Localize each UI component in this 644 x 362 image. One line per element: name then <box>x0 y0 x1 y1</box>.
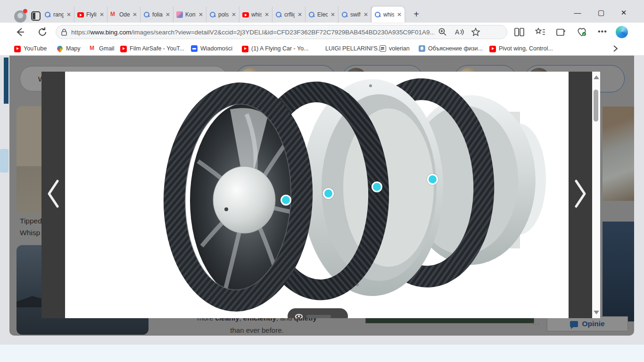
tab-close-icon[interactable]: ✕ <box>231 11 236 18</box>
gmail-icon <box>110 11 117 18</box>
svg-text:A: A <box>455 28 460 36</box>
bookmark-flying-car[interactable]: (1) A Flying Car - Yo... <box>242 44 309 53</box>
read-aloud-icon[interactable]: A <box>454 27 464 37</box>
tab-close-icon[interactable]: ✕ <box>132 11 137 18</box>
search-icon <box>209 11 216 18</box>
search-icon <box>275 11 282 18</box>
tab-whisp-active[interactable]: whisp✕ <box>372 7 405 23</box>
tab-close-icon[interactable]: ✕ <box>165 11 170 18</box>
settings-dots-icon[interactable]: ••• <box>598 27 607 36</box>
new-tab-button[interactable]: + <box>411 9 421 20</box>
collections-icon[interactable] <box>555 27 567 37</box>
youtube-icon <box>489 46 496 52</box>
youtube-icon <box>242 46 248 52</box>
lightbox-prev-panel[interactable] <box>41 72 65 318</box>
bookmark-wiadomosci[interactable]: Wiadomości <box>191 44 232 53</box>
windows-taskbar <box>0 344 644 362</box>
bookmark-volerian[interactable]: volerian <box>380 44 410 53</box>
tab-close-icon[interactable]: ✕ <box>264 11 269 18</box>
bookmark-gmail[interactable]: Gmail <box>90 44 115 53</box>
youtube-icon <box>14 46 21 52</box>
speech-bubble-icon <box>570 321 578 327</box>
tab-electr[interactable]: Electr✕ <box>305 7 339 23</box>
page-icon <box>380 45 386 52</box>
gmail-icon <box>90 45 96 52</box>
refresh-icon[interactable] <box>37 26 48 38</box>
split-screen-icon[interactable] <box>514 27 525 37</box>
app-icon <box>176 11 183 18</box>
feedback-button[interactable]: Opinie <box>547 316 628 331</box>
youtube-icon <box>242 12 249 17</box>
tab-actions-icon[interactable] <box>31 11 41 21</box>
tab-range[interactable]: range✕ <box>41 7 74 23</box>
maps-pin-icon <box>56 45 64 53</box>
tab-flylite[interactable]: Flylite✕ <box>74 7 107 23</box>
url-text: https://www.bing.com/images/search?view=… <box>71 29 434 36</box>
hotspot-toggle-tooltip[interactable] <box>288 308 348 318</box>
tab-close-icon[interactable]: ✕ <box>363 11 368 18</box>
news-icon <box>191 45 198 52</box>
lightbox-scrollbar[interactable] <box>592 72 600 318</box>
more-options-dots[interactable]: ... <box>532 319 540 326</box>
tab-close-icon[interactable]: ✕ <box>396 11 402 18</box>
tab-konta[interactable]: Konta✕ <box>173 7 206 23</box>
tab-polsk[interactable]: polsk✕ <box>206 7 239 23</box>
bookmarks-overflow-chevron-icon[interactable] <box>612 45 619 52</box>
favorites-icon[interactable] <box>535 27 546 37</box>
eye-icon <box>295 314 303 319</box>
lightbox-image-area[interactable] <box>65 72 569 318</box>
tab-folia[interactable]: folia✕ <box>140 7 173 23</box>
favorite-star-icon[interactable] <box>471 27 480 37</box>
image-hotspot[interactable] <box>372 181 382 192</box>
image-hotspot[interactable] <box>323 188 334 199</box>
maximize-button[interactable]: ▢ <box>590 6 612 20</box>
tab-close-icon[interactable]: ✕ <box>66 11 71 18</box>
tab-odeb[interactable]: Odeb✕ <box>107 7 140 23</box>
bookmark-pivot-wing[interactable]: Pivot wing, Control... <box>489 44 553 53</box>
bookmark-youtube[interactable]: YouTube <box>14 44 47 53</box>
minimize-button[interactable]: — <box>567 6 588 20</box>
result-caption[interactable]: TippedWhisp <box>20 215 42 239</box>
search-icon <box>308 11 315 18</box>
search-icon <box>44 11 51 18</box>
bookmark-mapy[interactable]: Mapy <box>57 44 81 53</box>
tab-close-icon[interactable]: ✕ <box>198 11 203 18</box>
search-icon <box>143 11 150 18</box>
back-icon[interactable] <box>14 26 25 38</box>
lock-icon <box>61 28 67 36</box>
bookmark-film-airsafe[interactable]: Film AirSafe - YouT... <box>120 44 184 53</box>
tab-close-icon[interactable]: ✕ <box>99 11 104 18</box>
tab-swift[interactable]: swift✕ <box>339 7 372 23</box>
search-icon <box>341 11 348 18</box>
image-hotspot[interactable] <box>427 174 438 185</box>
search-icon <box>374 11 381 18</box>
image-hotspot[interactable] <box>281 195 291 206</box>
app-icon <box>419 45 425 52</box>
copilot-icon[interactable] <box>616 26 628 38</box>
prev-image-arrow-icon[interactable] <box>46 179 60 208</box>
close-button[interactable]: ✕ <box>613 6 635 20</box>
next-image-arrow-icon[interactable] <box>573 179 587 208</box>
youtube-icon <box>77 12 84 17</box>
lightbox-next-panel[interactable] <box>569 72 592 318</box>
tab-close-icon[interactable]: ✕ <box>330 11 335 18</box>
bookmark-objasnienie[interactable]: Объяснение физи... <box>419 44 483 53</box>
address-bar[interactable]: https://www.bing.com/images/search?view=… <box>56 25 507 39</box>
scrollbar-thumb[interactable] <box>594 90 598 122</box>
profile-avatar[interactable] <box>14 10 26 23</box>
tab-whisp-yt[interactable]: whisp✕ <box>239 7 272 23</box>
zoom-icon[interactable] <box>438 27 447 37</box>
browser-essentials-icon[interactable] <box>576 27 587 37</box>
scroll-down-icon[interactable] <box>594 311 599 314</box>
engine-exploded-view-image <box>65 72 569 318</box>
scroll-up-icon[interactable] <box>594 75 599 79</box>
tab-crflig[interactable]: crflig✕ <box>272 7 305 23</box>
background-window-edge <box>4 58 8 104</box>
bookmark-luigi-pellarini[interactable]: LUIGI PELLARINI'S... <box>325 44 382 53</box>
related-image-aircraft[interactable] <box>603 222 634 321</box>
tab-close-icon[interactable]: ✕ <box>297 11 302 18</box>
tooltip-faint-text <box>306 315 331 318</box>
youtube-icon <box>120 46 127 52</box>
related-image-person[interactable] <box>603 107 634 201</box>
background-scroll-marker <box>0 149 8 173</box>
